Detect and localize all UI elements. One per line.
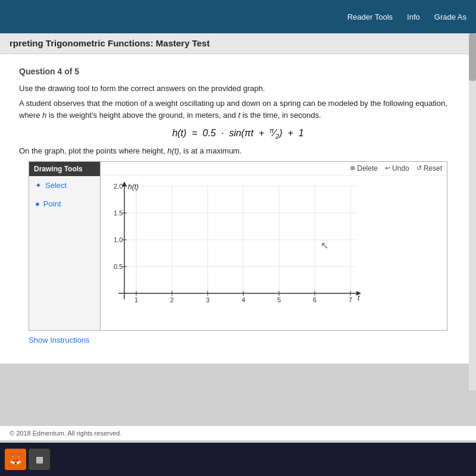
scrollbar-thumb[interactable] <box>469 33 476 81</box>
select-tool[interactable]: ✦ Select <box>29 176 100 195</box>
y-axis-label: h(t) <box>128 183 139 191</box>
delete-button[interactable]: ⊗ Delete <box>350 164 378 173</box>
scrollbar[interactable] <box>469 33 476 390</box>
point-tool[interactable]: ● Point <box>29 195 100 213</box>
reset-icon: ↺ <box>416 164 422 172</box>
question-body: Use the drawing tool to form the correct… <box>10 79 466 356</box>
footer-area: © 2018 Edmentum. All rights reserved. <box>0 426 476 440</box>
drawing-tools-header: Drawing Tools <box>29 162 100 176</box>
x-tick-7: 7 <box>349 296 352 303</box>
undo-label: Undo <box>392 164 409 173</box>
y-tick-2: 2.0 <box>114 183 123 190</box>
y-tick-05: 0.5 <box>114 263 123 270</box>
select-label: Select <box>45 181 67 190</box>
point-label: Point <box>43 199 61 208</box>
h-variable: h <box>42 111 46 120</box>
x-tick-1: 1 <box>134 296 138 303</box>
graph-svg-container[interactable]: h(t) t 2.0 1.5 1.0 0.5 <box>101 176 447 330</box>
taskbar: 🦊 ▦ <box>0 443 476 476</box>
y-tick-1: 1.0 <box>114 236 123 243</box>
footer-text: © 2018 Edmentum. All rights reserved. <box>10 430 121 437</box>
undo-icon: ↩ <box>385 164 390 172</box>
info-link[interactable]: Info <box>407 12 420 21</box>
graph-container: Drawing Tools ✦ Select ● Point ⊗ Delete <box>29 161 447 331</box>
show-instructions-link[interactable]: Show Instructions <box>19 331 457 349</box>
page-title-bar: rpreting Trigonometric Functions: Master… <box>0 33 476 54</box>
main-content: Question 4 of 5 Use the drawing tool to … <box>0 54 476 364</box>
undo-button[interactable]: ↩ Undo <box>385 164 409 173</box>
point-icon: ● <box>35 199 40 208</box>
cursor-indicator: ↖ <box>321 240 328 250</box>
select-icon: ✦ <box>35 181 42 190</box>
page-title: rpreting Trigonometric Functions: Master… <box>10 38 209 48</box>
reset-button[interactable]: ↺ Reset <box>416 164 442 173</box>
grade-as-link[interactable]: Grade As <box>434 12 466 21</box>
taskbar-icon-2[interactable]: ▦ <box>29 449 50 470</box>
equation-block: h(t) = 0.5 · sin(πt + π⁄2) + 1 <box>19 127 457 140</box>
x-tick-4: 4 <box>242 296 245 303</box>
graph-area-wrapper: ⊗ Delete ↩ Undo ↺ Reset <box>101 162 447 330</box>
question-number: Question 4 of 5 <box>19 67 79 76</box>
x-tick-6: 6 <box>313 296 317 303</box>
plot-instruction: On the graph, plot the points where heig… <box>19 146 457 155</box>
problem-text: A student observes that the motion of a … <box>19 98 457 121</box>
x-tick-3: 3 <box>206 296 209 303</box>
x-tick-5: 5 <box>277 296 281 303</box>
drawing-tools-panel: Drawing Tools ✦ Select ● Point <box>29 162 101 330</box>
t-variable: t <box>238 111 240 120</box>
x-axis-label: t <box>358 294 360 302</box>
graph-controls: ⊗ Delete ↩ Undo ↺ Reset <box>101 162 447 176</box>
y-tick-15: 1.5 <box>114 209 123 217</box>
question-header: Question 4 of 5 <box>10 61 466 79</box>
instruction-text: Use the drawing tool to form the correct… <box>19 84 457 93</box>
x-tick-2: 2 <box>170 296 174 303</box>
top-navigation-bar: Reader Tools Info Grade As <box>0 0 476 33</box>
graph-svg[interactable]: h(t) t 2.0 1.5 1.0 0.5 <box>101 180 398 323</box>
delete-icon: ⊗ <box>350 164 355 172</box>
reset-label: Reset <box>424 164 442 173</box>
reader-tools-link[interactable]: Reader Tools <box>347 12 393 21</box>
delete-label: Delete <box>357 164 378 173</box>
taskbar-firefox-icon[interactable]: 🦊 <box>5 449 26 470</box>
equation-display: h(t) = 0.5 · sin(πt + π⁄2) + 1 <box>172 128 303 138</box>
